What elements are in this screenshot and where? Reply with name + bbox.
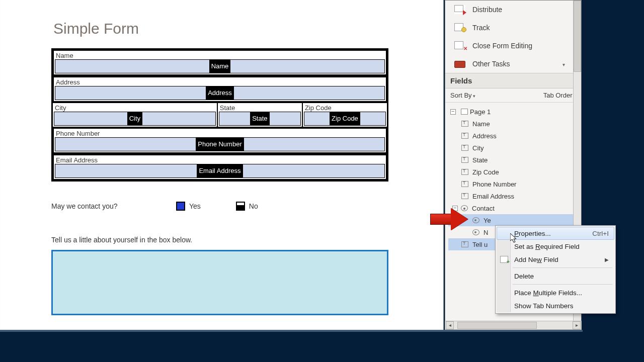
ctx-properties-shortcut: Ctrl+I bbox=[592, 230, 609, 237]
scroll-thumb[interactable] bbox=[457, 322, 537, 329]
tree-item[interactable]: Phone Number bbox=[448, 178, 581, 190]
about-textarea[interactable] bbox=[51, 250, 388, 315]
label-zip: Zip Code bbox=[303, 103, 387, 112]
text-field-icon bbox=[461, 145, 468, 151]
field-state[interactable]: State bbox=[219, 112, 301, 126]
other-tasks-icon bbox=[454, 61, 465, 68]
label-state: State bbox=[218, 103, 302, 112]
contact-question: May we contact you? bbox=[51, 202, 176, 210]
label-phone: Phone Number bbox=[54, 129, 386, 137]
tab-order-dropdown[interactable]: Tab Order bbox=[543, 92, 576, 99]
tree-item[interactable]: State bbox=[448, 154, 581, 166]
add-field-icon bbox=[500, 256, 508, 263]
fields-panel-header: Fields bbox=[445, 73, 581, 88]
label-city: City bbox=[53, 103, 217, 112]
field-address[interactable]: Address bbox=[55, 86, 385, 100]
distribute-icon bbox=[454, 5, 465, 14]
scroll-right-button[interactable]: ▸ bbox=[573, 321, 581, 329]
form-table: Name Name Address Address City City bbox=[51, 48, 388, 182]
radio-yes[interactable] bbox=[176, 202, 185, 211]
form-title: Simple Form bbox=[53, 20, 389, 37]
page-icon bbox=[461, 109, 468, 115]
radio-no[interactable] bbox=[236, 202, 245, 211]
close-form-editing-icon bbox=[454, 41, 465, 50]
radio-icon bbox=[472, 229, 479, 235]
field-name[interactable]: Name bbox=[55, 59, 385, 73]
highlight-arrow bbox=[430, 208, 469, 230]
radio-no-label: No bbox=[249, 202, 258, 210]
ctx-delete[interactable]: Delete bbox=[497, 269, 614, 283]
tool-other-tasks[interactable]: Other Tasks bbox=[445, 55, 581, 73]
svg-marker-0 bbox=[510, 233, 516, 242]
ctx-show-tab-numbers[interactable]: Show Tab Numbers bbox=[497, 299, 614, 312]
field-email[interactable]: Email Address bbox=[55, 164, 385, 178]
radio-icon bbox=[472, 217, 479, 223]
label-email: Email Address bbox=[54, 155, 386, 164]
submenu-arrow-icon: ▶ bbox=[605, 257, 609, 262]
tree-item[interactable]: Zip Code bbox=[448, 166, 581, 178]
label-address: Address bbox=[54, 77, 386, 86]
ctx-add-new-field[interactable]: Add New Field ▶ bbox=[497, 253, 614, 266]
text-field-icon bbox=[461, 169, 468, 175]
field-phone[interactable]: Phone Number bbox=[55, 137, 385, 151]
sort-by-dropdown[interactable]: Sort By bbox=[450, 92, 475, 99]
scroll-left-button[interactable]: ◂ bbox=[446, 321, 454, 329]
chevron-down-icon bbox=[562, 60, 565, 68]
page: Simple Form Name Name Address Address bbox=[2, 0, 439, 330]
collapse-icon[interactable] bbox=[450, 109, 456, 115]
text-field-icon bbox=[461, 241, 468, 247]
tree-item[interactable]: Name bbox=[448, 118, 581, 130]
text-field-icon bbox=[461, 157, 468, 163]
field-city[interactable]: City bbox=[54, 112, 216, 126]
tool-track[interactable]: Track bbox=[445, 19, 581, 37]
ctx-place-multiple[interactable]: Place Multiple Fields... bbox=[497, 286, 614, 299]
text-field-icon bbox=[461, 133, 468, 139]
sidebar-hscrollbar[interactable]: ◂ ▸ bbox=[445, 321, 582, 330]
tree-item[interactable]: City bbox=[448, 142, 581, 154]
about-label: Tell us a little about yourself in the b… bbox=[51, 236, 389, 244]
radio-yes-label: Yes bbox=[189, 202, 201, 210]
tool-close-form-editing[interactable]: Close Form Editing bbox=[445, 37, 581, 55]
tool-distribute[interactable]: Distribute bbox=[445, 1, 581, 19]
tree-page[interactable]: Page 1 bbox=[448, 106, 581, 118]
label-name: Name bbox=[54, 51, 386, 59]
text-field-icon bbox=[461, 181, 468, 187]
track-icon bbox=[454, 23, 465, 32]
field-zip[interactable]: Zip Code bbox=[304, 112, 386, 126]
ctx-separator bbox=[513, 284, 612, 285]
document-viewport: Simple Form Name Name Address Address bbox=[0, 0, 444, 331]
ctx-separator bbox=[513, 267, 612, 268]
text-field-icon bbox=[461, 121, 468, 127]
tree-item[interactable]: Address bbox=[448, 130, 581, 142]
tree-item[interactable]: Email Address bbox=[448, 190, 581, 202]
text-field-icon bbox=[461, 193, 468, 199]
